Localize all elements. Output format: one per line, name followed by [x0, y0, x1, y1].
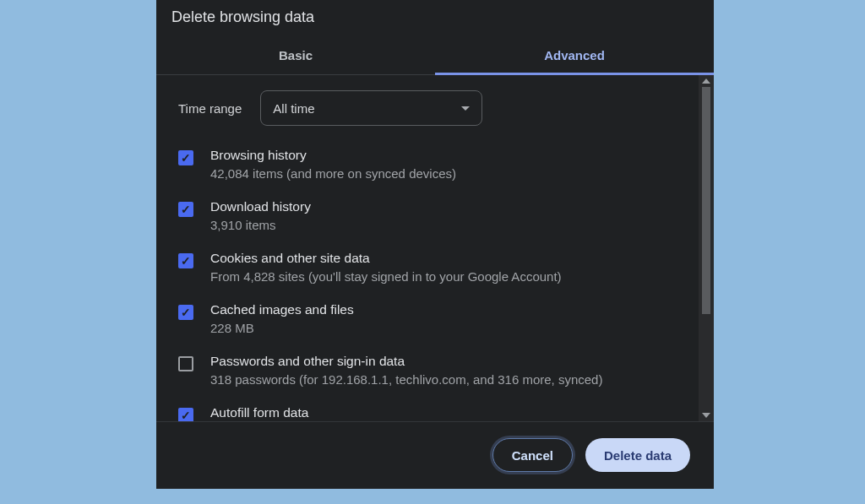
check-icon: ✓	[181, 306, 191, 318]
list-item: ✓ Cookies and other site data From 4,828…	[178, 251, 690, 284]
checkbox-cookies[interactable]: ✓	[178, 253, 193, 268]
time-range-label: Time range	[178, 101, 242, 116]
scrollbar[interactable]	[699, 75, 714, 421]
item-text: Browsing history 42,084 items (and more …	[210, 148, 690, 181]
list-item: ✓ Cached images and files 228 MB	[178, 302, 690, 335]
cancel-button[interactable]: Cancel	[492, 438, 573, 472]
checkbox-download-history[interactable]: ✓	[178, 202, 193, 217]
list-item: ✓ Autofill form data	[178, 405, 690, 421]
item-text: Download history 3,910 items	[210, 199, 690, 232]
dialog-content: Time range All time ✓ Browsing history 4…	[156, 75, 699, 421]
time-range-select[interactable]: All time	[260, 90, 482, 126]
tab-advanced[interactable]: Advanced	[435, 38, 714, 75]
scroll-down-icon[interactable]	[702, 413, 710, 418]
checkbox-passwords[interactable]	[178, 356, 193, 371]
dialog-title: Delete browsing data	[156, 0, 714, 26]
list-item: ✓ Download history 3,910 items	[178, 199, 690, 232]
item-title: Browsing history	[210, 148, 690, 163]
checkbox-browsing-history[interactable]: ✓	[178, 150, 193, 165]
list-item: Passwords and other sign-in data 318 pas…	[178, 354, 690, 387]
item-sub: 318 passwords (for 192.168.1.1, techlivo…	[210, 372, 690, 387]
chevron-down-icon	[461, 106, 470, 111]
time-range-row: Time range All time	[178, 90, 690, 126]
item-sub: 3,910 items	[210, 218, 690, 232]
item-title: Cached images and files	[210, 302, 690, 317]
item-sub: 42,084 items (and more on synced devices…	[210, 166, 690, 181]
scroll-up-icon[interactable]	[702, 79, 710, 84]
item-title: Cookies and other site data	[210, 251, 690, 266]
item-sub: 228 MB	[210, 321, 690, 335]
item-title: Autofill form data	[210, 405, 690, 420]
item-text: Passwords and other sign-in data 318 pas…	[210, 354, 690, 387]
checkbox-cached-images[interactable]: ✓	[178, 305, 193, 320]
check-icon: ✓	[181, 255, 191, 267]
checkbox-autofill[interactable]: ✓	[178, 408, 193, 421]
item-sub: From 4,828 sites (you'll stay signed in …	[210, 269, 690, 284]
delete-browsing-data-dialog: Delete browsing data Basic Advanced Time…	[156, 0, 714, 489]
item-title: Passwords and other sign-in data	[210, 354, 690, 369]
scroll-thumb[interactable]	[702, 87, 710, 314]
item-text: Cached images and files 228 MB	[210, 302, 690, 335]
check-icon: ✓	[181, 203, 191, 215]
item-title: Download history	[210, 199, 690, 214]
scroll-track[interactable]	[700, 87, 712, 411]
time-range-value: All time	[273, 101, 314, 116]
list-item: ✓ Browsing history 42,084 items (and mor…	[178, 148, 690, 181]
delete-data-button[interactable]: Delete data	[585, 438, 690, 472]
content-wrapper: Time range All time ✓ Browsing history 4…	[156, 75, 714, 421]
check-icon: ✓	[181, 409, 191, 421]
tab-basic[interactable]: Basic	[156, 38, 435, 75]
dialog-footer: Cancel Delete data	[156, 421, 714, 489]
tab-bar: Basic Advanced	[156, 38, 714, 75]
item-text: Cookies and other site data From 4,828 s…	[210, 251, 690, 284]
item-text: Autofill form data	[210, 405, 690, 421]
check-icon: ✓	[181, 152, 191, 164]
